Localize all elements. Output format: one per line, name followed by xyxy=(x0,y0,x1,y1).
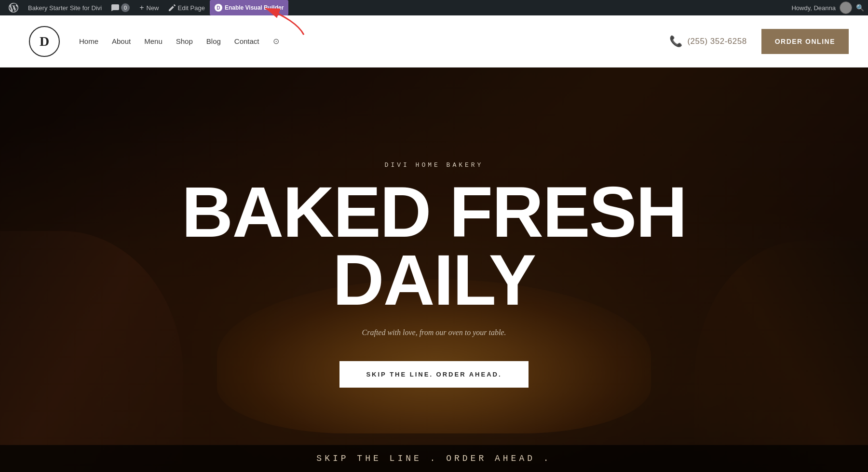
logo-letter: D xyxy=(40,34,49,49)
site-header: D Home About Menu Shop Blog Contact ⊙ 📞 … xyxy=(0,15,868,67)
nav-home[interactable]: Home xyxy=(79,37,98,45)
new-label: New xyxy=(147,4,159,12)
comments-item[interactable]: 0 xyxy=(107,0,135,15)
hero-title: BAKED FRESH DAILY xyxy=(182,178,687,314)
wp-logo-item[interactable] xyxy=(4,0,23,15)
user-avatar[interactable] xyxy=(840,1,852,14)
admin-bar-right: Howdy, Deanna 🔍 xyxy=(791,1,864,14)
edit-page-item[interactable]: Edit Page xyxy=(164,0,210,15)
site-nav: Home About Menu Shop Blog Contact ⊙ xyxy=(79,37,279,46)
admin-bar: Bakery Starter Site for Divi 0 + New Edi… xyxy=(0,0,868,15)
nav-blog[interactable]: Blog xyxy=(206,37,221,45)
ticker-text: SKIP THE LINE . ORDER AHEAD . xyxy=(316,454,551,463)
edit-page-label: Edit Page xyxy=(178,4,205,12)
admin-search-icon[interactable]: 🔍 xyxy=(856,4,864,12)
enable-vb-label: Enable Visual Builder xyxy=(225,4,284,11)
ticker-bar: SKIP THE LINE . ORDER AHEAD . xyxy=(0,445,868,472)
hero-content: DIVI HOME BAKERY BAKED FRESH DAILY Craft… xyxy=(0,67,868,472)
wp-icon xyxy=(9,3,18,13)
divi-icon: D xyxy=(215,4,222,12)
nav-search-icon[interactable]: ⊙ xyxy=(273,37,279,46)
hero-section: DIVI HOME BAKERY BAKED FRESH DAILY Craft… xyxy=(0,67,868,472)
admin-bar-left: Bakery Starter Site for Divi 0 + New Edi… xyxy=(4,0,791,15)
new-item[interactable]: + New xyxy=(135,0,163,15)
nav-contact[interactable]: Contact xyxy=(234,37,259,45)
enable-vb-item[interactable]: D Enable Visual Builder xyxy=(210,0,288,15)
howdy-text: Howdy, Deanna xyxy=(791,4,836,12)
phone-icon: 📞 xyxy=(669,35,682,48)
header-right: 📞 (255) 352-6258 ORDER ONLINE xyxy=(669,29,849,54)
nav-shop[interactable]: Shop xyxy=(176,37,193,45)
comment-count: 0 xyxy=(121,3,130,12)
nav-menu[interactable]: Menu xyxy=(144,37,163,45)
site-logo[interactable]: D xyxy=(29,26,60,57)
hero-title-line2: DAILY xyxy=(333,240,535,320)
site-name-label: Bakery Starter Site for Divi xyxy=(28,4,102,12)
hero-cta-button[interactable]: SKIP THE LINE. ORDER AHEAD. xyxy=(339,361,528,388)
hero-description: Crafted with love, from our oven to your… xyxy=(362,328,506,337)
phone-number: (255) 352-6258 xyxy=(687,37,746,46)
nav-about[interactable]: About xyxy=(112,37,131,45)
header-left: D Home About Menu Shop Blog Contact ⊙ xyxy=(29,26,279,57)
order-online-button[interactable]: ORDER ONLINE xyxy=(761,29,849,54)
phone-area: 📞 (255) 352-6258 xyxy=(669,35,746,48)
site-name-item[interactable]: Bakery Starter Site for Divi xyxy=(23,0,107,15)
hero-subtitle: DIVI HOME BAKERY xyxy=(385,162,484,169)
